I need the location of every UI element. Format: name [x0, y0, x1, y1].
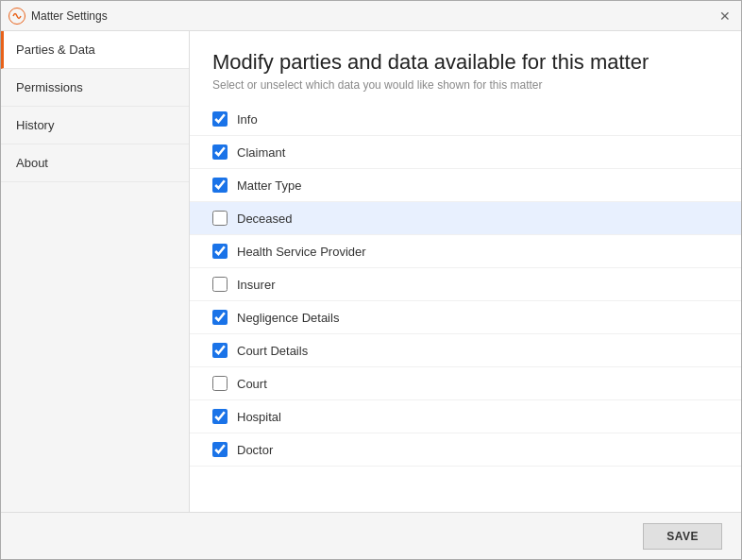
check-label-insurer: Insurer: [237, 278, 275, 292]
save-button[interactable]: SAVE: [643, 523, 722, 550]
checkbox-insurer[interactable]: [212, 277, 228, 292]
content-area: Parties & DataPermissionsHistoryAbout Mo…: [1, 31, 741, 512]
check-label-deceased: Deceased: [237, 212, 293, 226]
sidebar: Parties & DataPermissionsHistoryAbout: [1, 31, 190, 512]
check-label-claimant: Claimant: [237, 145, 285, 160]
titlebar: Matter Settings ✕: [1, 1, 741, 31]
check-label-hospital: Hospital: [237, 410, 281, 424]
check-item-court: Court: [190, 367, 741, 400]
checkbox-claimant[interactable]: [212, 144, 228, 160]
sidebar-item-history[interactable]: History: [1, 107, 189, 144]
checkbox-health-service-provider[interactable]: [212, 244, 228, 259]
check-label-matter-type: Matter Type: [237, 178, 301, 193]
window: Matter Settings ✕ Parties & DataPermissi…: [0, 0, 742, 560]
sidebar-item-permissions[interactable]: Permissions: [1, 69, 189, 107]
check-label-doctor: Doctor: [237, 443, 273, 457]
checkbox-matter-type[interactable]: [212, 178, 228, 193]
checklist[interactable]: InfoClaimantMatter TypeDeceasedHealth Se…: [190, 99, 741, 512]
check-item-negligence-details: Negligence Details: [190, 301, 741, 334]
checkbox-hospital[interactable]: [212, 409, 228, 424]
app-logo-icon: [8, 8, 25, 25]
main-subtitle: Select or unselect which data you would …: [212, 78, 718, 92]
check-label-info: Info: [237, 112, 258, 127]
main-content: Modify parties and data available for th…: [190, 31, 741, 512]
titlebar-left: Matter Settings: [8, 8, 108, 25]
checkbox-doctor[interactable]: [212, 442, 228, 457]
check-item-claimant: Claimant: [190, 136, 741, 169]
check-label-court-details: Court Details: [237, 344, 308, 358]
checkbox-negligence-details[interactable]: [212, 310, 228, 325]
check-item-hospital: Hospital: [190, 400, 741, 433]
check-item-insurer: Insurer: [190, 268, 741, 301]
check-item-matter-type: Matter Type: [190, 169, 741, 202]
checkbox-deceased[interactable]: [212, 211, 228, 226]
checkbox-court[interactable]: [212, 376, 228, 391]
check-item-court-details: Court Details: [190, 334, 741, 367]
main-header: Modify parties and data available for th…: [190, 31, 741, 99]
footer: SAVE: [1, 512, 741, 559]
sidebar-item-parties-data[interactable]: Parties & Data: [1, 31, 189, 69]
check-label-court: Court: [237, 377, 267, 391]
main-title: Modify parties and data available for th…: [212, 50, 718, 75]
window-title: Matter Settings: [31, 9, 108, 23]
check-item-doctor: Doctor: [190, 433, 741, 467]
check-item-health-service-provider: Health Service Provider: [190, 235, 741, 268]
close-button[interactable]: ✕: [717, 8, 734, 25]
check-label-negligence-details: Negligence Details: [237, 311, 339, 325]
check-item-deceased: Deceased: [190, 202, 741, 235]
check-label-health-service-provider: Health Service Provider: [237, 245, 366, 259]
check-item-info: Info: [190, 103, 741, 136]
sidebar-item-about[interactable]: About: [1, 144, 189, 182]
checkbox-info[interactable]: [212, 111, 228, 127]
checkbox-court-details[interactable]: [212, 343, 228, 358]
